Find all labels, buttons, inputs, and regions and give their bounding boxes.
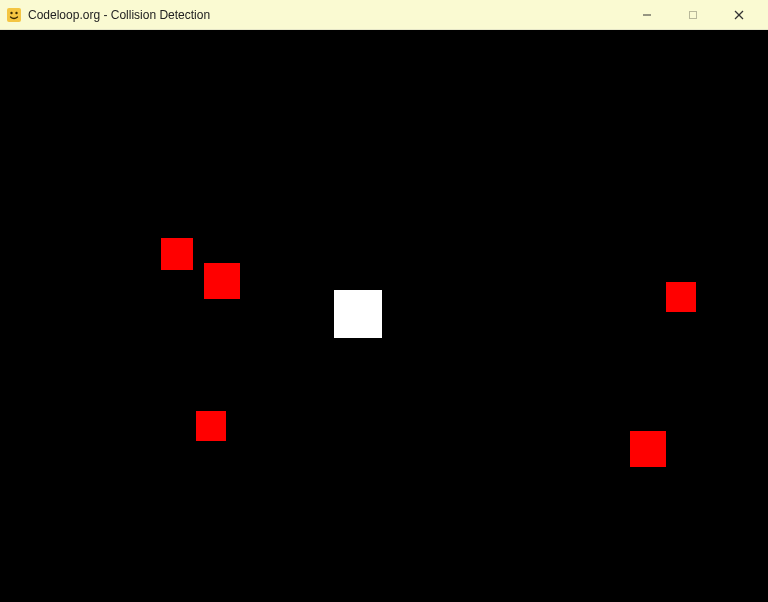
- enemy-sprite: [161, 238, 193, 270]
- enemy-sprite: [630, 431, 666, 467]
- svg-rect-4: [690, 11, 697, 18]
- close-button[interactable]: [716, 0, 762, 29]
- enemy-sprite: [666, 282, 696, 312]
- svg-point-2: [15, 11, 17, 13]
- minimize-button[interactable]: [624, 0, 670, 29]
- svg-point-1: [10, 11, 12, 13]
- window-controls: [624, 0, 762, 29]
- game-canvas[interactable]: [0, 30, 768, 602]
- svg-rect-0: [7, 8, 21, 22]
- enemy-sprite: [204, 263, 240, 299]
- titlebar[interactable]: Codeloop.org - Collision Detection: [0, 0, 768, 30]
- app-window: Codeloop.org - Collision Detection: [0, 0, 768, 602]
- player-sprite: [334, 290, 382, 338]
- app-icon: [6, 7, 22, 23]
- enemy-sprite: [196, 411, 226, 441]
- window-title: Codeloop.org - Collision Detection: [28, 8, 624, 22]
- maximize-button[interactable]: [670, 0, 716, 29]
